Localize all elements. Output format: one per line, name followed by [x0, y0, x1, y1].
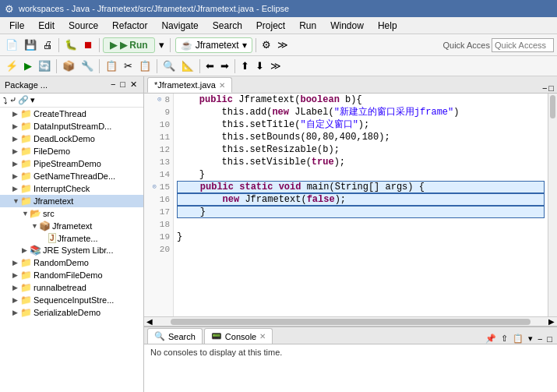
bottom-pin-icon[interactable]: 📌 — [484, 334, 498, 344]
print-icon[interactable]: 🖨 — [41, 38, 55, 51]
menu-search[interactable]: Search — [206, 19, 249, 33]
t2-icon5[interactable]: 🔧 — [79, 59, 96, 72]
run-dropdown-arrow[interactable]: ▾ — [157, 38, 167, 51]
scroll-right-icon[interactable]: ▶ — [546, 317, 557, 326]
t2-icon4[interactable]: 📦 — [60, 59, 77, 72]
scroll-left-icon[interactable]: ◀ — [144, 317, 155, 326]
menu-help[interactable]: Help — [372, 19, 404, 33]
pkg-expand-icon[interactable]: ⤶ — [9, 95, 16, 105]
t2-icon14[interactable]: ⬇ — [253, 59, 266, 72]
code-line-10: this.setTitle("自定义窗口"); — [177, 118, 545, 131]
expand-arrow: ▼ — [22, 210, 28, 217]
toolbar-overflow-icon[interactable]: ≫ — [275, 38, 291, 51]
tree-label: FileDemo — [33, 147, 70, 156]
code-line-14: } — [177, 168, 545, 181]
menu-refactor[interactable]: Refactor — [106, 19, 153, 33]
editor-scrollbar-v[interactable] — [548, 94, 557, 316]
scroll-thumb-h[interactable] — [171, 319, 531, 325]
tree-item-jframetext-pkg[interactable]: ▼ 📦 Jframetext — [0, 220, 143, 232]
pkg-menu-icon[interactable]: ▾ — [30, 95, 35, 105]
expand-arrow: ▶ — [12, 147, 19, 155]
editor-tab-jframetext[interactable]: *Jframetext.java ✕ — [147, 77, 232, 93]
panel-close-icon[interactable]: ✕ — [129, 79, 139, 90]
t2-icon7[interactable]: ✂ — [122, 59, 135, 72]
bottom-icon3[interactable]: 📋 — [511, 334, 525, 344]
quick-access-input[interactable] — [492, 38, 554, 52]
t2-run-icon[interactable]: ▶ — [22, 59, 34, 72]
expand-arrow: ▶ — [12, 160, 19, 168]
t2-icon8[interactable]: 📋 — [136, 59, 153, 72]
tree-item-interrupt[interactable]: ▶ 📁 InterruptCheck — [0, 182, 143, 195]
tab-close-button[interactable]: ✕ — [219, 81, 225, 90]
code-line-13: this.setVisible(true); — [177, 156, 545, 168]
new-icon[interactable]: 📄 — [3, 38, 20, 51]
run-config-dropdown[interactable]: ☕ Jframetext ▾ — [175, 37, 252, 53]
console-tab-close[interactable]: ✕ — [259, 332, 266, 341]
t2-icon13[interactable]: ⬆ — [238, 59, 252, 72]
t2-search-icon[interactable]: 🔍 — [160, 59, 178, 72]
tree-item-datainputstream[interactable]: ▶ 📁 DataInputStreamD... — [0, 120, 143, 132]
run-button[interactable]: ▶ ▶ Run — [103, 37, 155, 53]
bottom-maximize[interactable]: □ — [545, 334, 554, 344]
tree-item-jre[interactable]: ▶ 📚 JRE System Libr... — [0, 244, 143, 256]
line-num-18: 18 — [147, 218, 170, 231]
debug-icon[interactable]: 🐛 — [62, 38, 79, 51]
t2-overflow[interactable]: ≫ — [268, 59, 284, 72]
code-content[interactable]: public Jframetext(boolean b){ this.add(n… — [174, 94, 548, 316]
menu-project[interactable]: Project — [250, 19, 291, 33]
code-line-15: public static void main(String[] args) { — [177, 181, 545, 193]
tree-item-jframetext[interactable]: ▼ 📁 Jframetext — [0, 195, 143, 207]
save-icon[interactable]: 💾 — [22, 38, 39, 51]
scrollbar-thumb-v[interactable] — [550, 95, 555, 118]
t2-icon3[interactable]: 🔄 — [36, 59, 53, 72]
tree-item-runnable[interactable]: ▶ 📁 runnalbetread — [0, 281, 143, 294]
menu-edit[interactable]: Edit — [32, 19, 61, 33]
menu-window[interactable]: Window — [324, 19, 370, 33]
tab-label: *Jframetext.java — [154, 80, 216, 90]
stop-icon[interactable]: ⏹ — [81, 38, 96, 51]
bottom-icon2[interactable]: ⇧ — [499, 334, 509, 344]
t2-icon12[interactable]: ➡ — [218, 59, 231, 72]
bottom-minimize[interactable]: − — [536, 334, 544, 344]
separator-1 — [58, 38, 59, 52]
tree-item-pipestream[interactable]: ▶ 📁 PipeStreamDemo — [0, 157, 143, 170]
menu-source[interactable]: Source — [62, 19, 104, 33]
tree-item-getname[interactable]: ▶ 📁 GetNameThreadDe... — [0, 170, 143, 182]
editor-tab-controls: − □ — [542, 83, 557, 93]
tree-item-src[interactable]: ▼ 📂 src — [0, 207, 143, 220]
bottom-tab-search[interactable]: 🔍 Search — [147, 328, 203, 344]
tree-item-random[interactable]: ▶ 📁 RandomDemo — [0, 256, 143, 269]
tree-item-deadlock[interactable]: ▶ 📁 DeadLockDemo — [0, 132, 143, 145]
editor-maximize-icon[interactable]: □ — [548, 83, 554, 93]
tree-item-serializable[interactable]: ▶ 📁 SerializableDemo — [0, 306, 143, 319]
settings-icon[interactable]: ⚙ — [259, 38, 273, 51]
t2-icon11[interactable]: ⬅ — [203, 59, 217, 72]
t2-icon10[interactable]: 📐 — [179, 59, 196, 72]
t2-icon1[interactable]: ⚡ — [3, 59, 20, 72]
tree-item-createthread[interactable]: ▶ 📁 CreateThread — [0, 108, 143, 120]
bottom-icon4[interactable]: ▾ — [527, 334, 534, 344]
panel-maximize-icon[interactable]: □ — [118, 79, 127, 90]
pkg-collapse-icon[interactable]: ⤵ — [3, 96, 8, 105]
tree-item-filedemo[interactable]: ▶ 📁 FileDemo — [0, 145, 143, 157]
menu-file[interactable]: File — [3, 19, 30, 33]
editor-minimize-icon[interactable]: − — [542, 83, 547, 93]
panel-minimize-icon[interactable]: − — [109, 79, 117, 90]
code-line-16: new Jframetext(false); — [177, 193, 545, 206]
line-num-14: 14 — [147, 168, 170, 181]
editor-scrollbar-h[interactable]: ◀ ▶ — [144, 316, 557, 326]
tree-item-sequence[interactable]: ▶ 📁 SequenceInputStre... — [0, 294, 143, 306]
line-num-11: 11 — [147, 131, 170, 143]
tree-item-randomfile[interactable]: ▶ 📁 RandomFileDemo — [0, 269, 143, 281]
code-editor[interactable]: ⊙8 9 10 11 12 13 14 ⊙15 16 17 — [144, 94, 548, 316]
expand-arrow: ▶ — [12, 122, 19, 130]
separator-2 — [99, 38, 100, 52]
tree-item-jframete-java[interactable]: ▶ J Jframete... — [0, 232, 143, 244]
menu-run[interactable]: Run — [293, 19, 323, 33]
t2-icon6[interactable]: 📋 — [103, 59, 120, 72]
line-num-16: 16 — [147, 193, 170, 206]
pkg-link-icon[interactable]: 🔗 — [18, 95, 29, 105]
menu-navigate[interactable]: Navigate — [155, 19, 204, 33]
search-tab-label: Search — [168, 332, 196, 341]
bottom-tab-console[interactable]: 📟 Console ✕ — [204, 328, 273, 344]
